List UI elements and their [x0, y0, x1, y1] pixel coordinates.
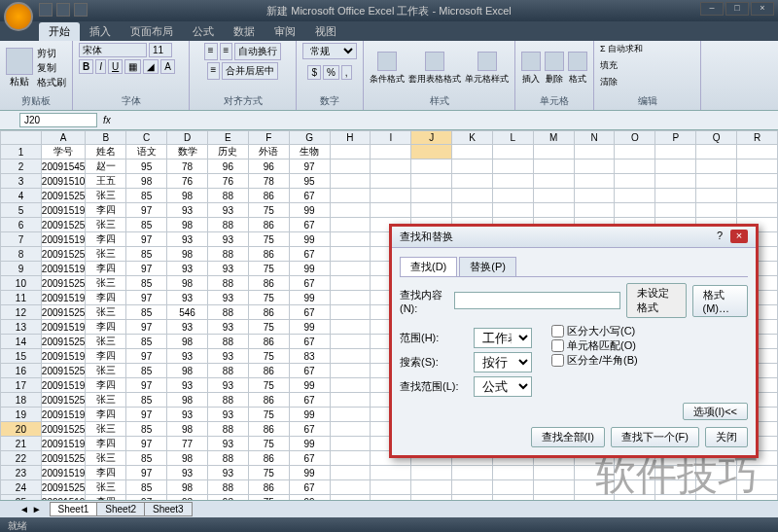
font-name[interactable] — [79, 43, 147, 57]
cell[interactable]: 李四 — [86, 495, 126, 501]
cell[interactable] — [574, 160, 615, 174]
cell[interactable]: 86 — [248, 364, 289, 378]
cell[interactable]: 67 — [289, 305, 330, 320]
cell[interactable]: 67 — [289, 189, 330, 203]
cell[interactable]: 20091525 — [41, 276, 86, 291]
fx-icon[interactable]: fx — [103, 115, 111, 125]
row-header[interactable]: 6 — [1, 218, 42, 232]
cell[interactable] — [655, 466, 696, 480]
cell[interactable]: 88 — [207, 276, 248, 291]
cell[interactable]: 88 — [207, 422, 248, 437]
cell[interactable] — [330, 262, 371, 276]
cell[interactable]: 李四 — [86, 408, 126, 422]
cell[interactable] — [696, 466, 737, 480]
cell[interactable]: 99 — [289, 378, 330, 393]
cell[interactable] — [452, 203, 493, 218]
cell[interactable] — [615, 145, 655, 160]
cell[interactable] — [330, 422, 371, 437]
cell[interactable] — [574, 480, 615, 495]
row-header[interactable]: 22 — [1, 451, 42, 466]
cell[interactable]: 85 — [126, 276, 167, 291]
cell[interactable] — [411, 160, 452, 174]
font-size[interactable] — [149, 43, 172, 57]
row-header[interactable]: 17 — [1, 378, 42, 393]
cell[interactable]: 75 — [248, 378, 289, 393]
cell[interactable]: 97 — [289, 160, 330, 174]
find-what-input[interactable] — [454, 292, 620, 309]
cell[interactable] — [330, 203, 371, 218]
cell[interactable] — [371, 174, 411, 189]
cell[interactable] — [696, 174, 737, 189]
cell[interactable] — [615, 466, 655, 480]
insert-cell-icon[interactable] — [521, 52, 541, 71]
cell[interactable]: 85 — [126, 335, 167, 349]
cell[interactable] — [574, 203, 615, 218]
sheet-tab[interactable]: Sheet3 — [144, 502, 193, 516]
search-select[interactable]: 按行 — [474, 352, 532, 372]
cell[interactable]: 67 — [289, 218, 330, 232]
cell[interactable]: 99 — [289, 495, 330, 501]
cell[interactable]: 张三 — [86, 276, 126, 291]
maximize-button[interactable]: □ — [725, 2, 749, 16]
cell[interactable]: 张三 — [86, 480, 126, 495]
cell[interactable] — [615, 174, 655, 189]
cell[interactable] — [736, 466, 777, 480]
lookin-select[interactable]: 公式 — [474, 376, 532, 397]
cell[interactable]: 86 — [248, 189, 289, 203]
cell[interactable]: 93 — [167, 495, 208, 501]
cell[interactable]: 93 — [167, 466, 208, 480]
cell[interactable]: 88 — [207, 189, 248, 203]
cell[interactable]: 75 — [248, 437, 289, 451]
clear-button[interactable]: 清除 — [600, 76, 618, 89]
cell[interactable]: 李四 — [86, 203, 126, 218]
cell[interactable]: 75 — [248, 320, 289, 335]
row-header[interactable]: 25 — [1, 495, 42, 501]
cell[interactable] — [371, 466, 411, 480]
cell[interactable]: 96 — [207, 160, 248, 174]
col-header[interactable]: B — [86, 131, 126, 145]
cell[interactable]: 李四 — [86, 349, 126, 364]
col-header[interactable]: M — [533, 131, 574, 145]
cell[interactable]: 99 — [289, 320, 330, 335]
cell[interactable] — [330, 335, 371, 349]
cell[interactable]: 语文 — [126, 145, 167, 160]
cell[interactable]: 93 — [167, 320, 208, 335]
cell[interactable]: 93 — [167, 349, 208, 364]
cell[interactable]: 李四 — [86, 378, 126, 393]
cell[interactable] — [492, 160, 533, 174]
sheet-tab[interactable]: Sheet2 — [96, 502, 145, 516]
cell[interactable]: 67 — [289, 393, 330, 408]
cell[interactable]: 96 — [248, 160, 289, 174]
underline-button[interactable]: U — [108, 59, 123, 74]
cell-style-icon[interactable] — [477, 52, 497, 71]
cell[interactable]: 99 — [289, 291, 330, 305]
cell[interactable]: 李四 — [86, 320, 126, 335]
cell[interactable] — [492, 466, 533, 480]
cell[interactable]: 93 — [207, 408, 248, 422]
cell[interactable]: 98 — [167, 422, 208, 437]
cell[interactable] — [492, 189, 533, 203]
cell[interactable]: 97 — [126, 320, 167, 335]
table-format-icon[interactable] — [425, 52, 444, 71]
cell[interactable]: 张三 — [86, 189, 126, 203]
tab-view[interactable]: 视图 — [305, 22, 346, 41]
cell[interactable]: 98 — [167, 451, 208, 466]
cell[interactable] — [411, 174, 452, 189]
cell[interactable] — [411, 203, 452, 218]
cell[interactable]: 86 — [248, 247, 289, 262]
col-header[interactable]: L — [492, 131, 533, 145]
cell[interactable]: 95 — [126, 160, 167, 174]
cell[interactable] — [736, 189, 777, 203]
cell[interactable] — [655, 174, 696, 189]
row-header[interactable]: 10 — [1, 276, 42, 291]
cell[interactable] — [371, 160, 411, 174]
comma-icon[interactable]: , — [341, 65, 352, 80]
cell[interactable]: 88 — [207, 305, 248, 320]
row-header[interactable]: 13 — [1, 320, 42, 335]
border-button[interactable]: ▦ — [124, 59, 141, 74]
cell[interactable]: 86 — [248, 422, 289, 437]
row-header[interactable]: 19 — [1, 408, 42, 422]
cell[interactable]: 85 — [126, 305, 167, 320]
cell[interactable]: 78 — [248, 174, 289, 189]
cell[interactable] — [330, 174, 371, 189]
